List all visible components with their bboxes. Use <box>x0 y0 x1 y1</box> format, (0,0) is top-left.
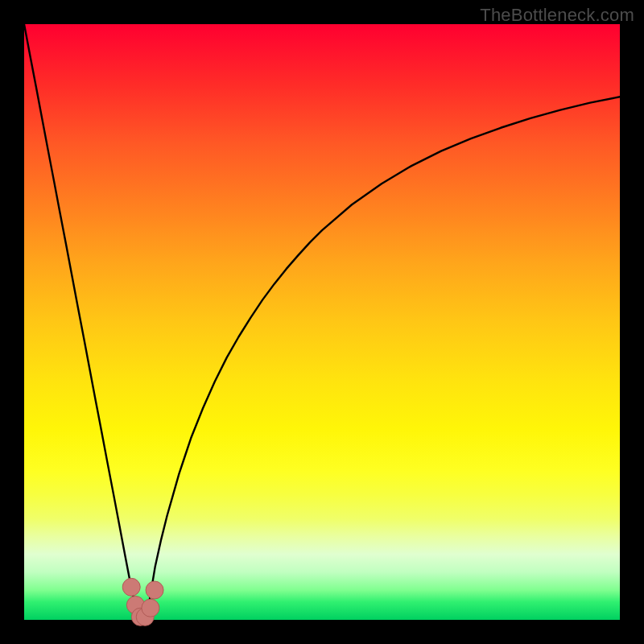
curve-marker <box>142 599 159 617</box>
chart-frame: TheBottleneck.com <box>0 0 644 644</box>
curve-marker <box>146 581 163 599</box>
curve-path <box>24 24 620 620</box>
bottleneck-curve <box>24 24 620 620</box>
curve-marker <box>122 578 140 596</box>
plot-area <box>24 24 620 620</box>
watermark-text: TheBottleneck.com <box>480 5 634 26</box>
